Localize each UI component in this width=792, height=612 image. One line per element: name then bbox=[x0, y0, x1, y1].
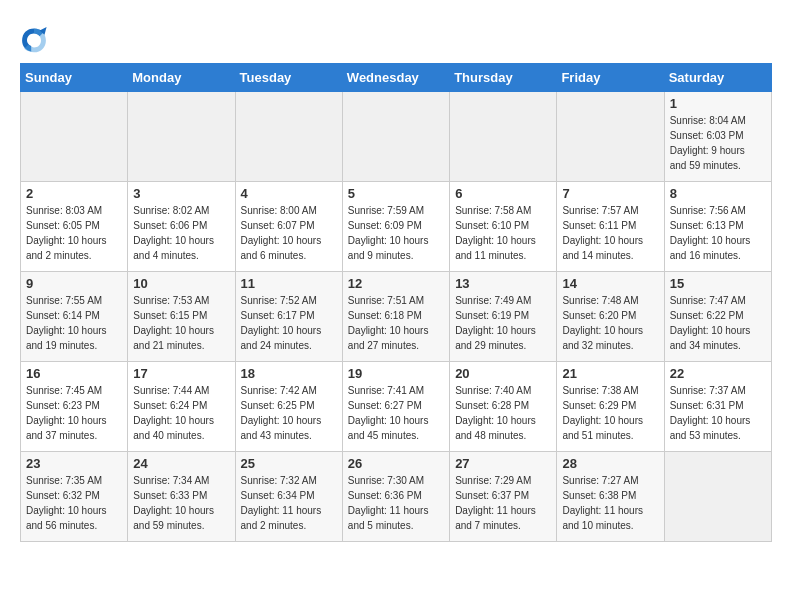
day-info: Sunrise: 7:34 AM Sunset: 6:33 PM Dayligh… bbox=[133, 473, 229, 533]
calendar-cell: 8Sunrise: 7:56 AM Sunset: 6:13 PM Daylig… bbox=[664, 182, 771, 272]
day-number: 21 bbox=[562, 366, 658, 381]
day-number: 28 bbox=[562, 456, 658, 471]
weekday-header-wednesday: Wednesday bbox=[342, 64, 449, 92]
calendar-cell bbox=[128, 92, 235, 182]
day-info: Sunrise: 7:47 AM Sunset: 6:22 PM Dayligh… bbox=[670, 293, 766, 353]
calendar-cell: 18Sunrise: 7:42 AM Sunset: 6:25 PM Dayli… bbox=[235, 362, 342, 452]
day-number: 27 bbox=[455, 456, 551, 471]
day-info: Sunrise: 7:32 AM Sunset: 6:34 PM Dayligh… bbox=[241, 473, 337, 533]
weekday-header-thursday: Thursday bbox=[450, 64, 557, 92]
calendar-week-3: 9Sunrise: 7:55 AM Sunset: 6:14 PM Daylig… bbox=[21, 272, 772, 362]
calendar-cell: 28Sunrise: 7:27 AM Sunset: 6:38 PM Dayli… bbox=[557, 452, 664, 542]
day-info: Sunrise: 7:57 AM Sunset: 6:11 PM Dayligh… bbox=[562, 203, 658, 263]
calendar-cell: 24Sunrise: 7:34 AM Sunset: 6:33 PM Dayli… bbox=[128, 452, 235, 542]
calendar-cell: 23Sunrise: 7:35 AM Sunset: 6:32 PM Dayli… bbox=[21, 452, 128, 542]
day-info: Sunrise: 7:48 AM Sunset: 6:20 PM Dayligh… bbox=[562, 293, 658, 353]
day-info: Sunrise: 7:40 AM Sunset: 6:28 PM Dayligh… bbox=[455, 383, 551, 443]
day-info: Sunrise: 7:51 AM Sunset: 6:18 PM Dayligh… bbox=[348, 293, 444, 353]
day-number: 19 bbox=[348, 366, 444, 381]
day-number: 8 bbox=[670, 186, 766, 201]
calendar-cell: 25Sunrise: 7:32 AM Sunset: 6:34 PM Dayli… bbox=[235, 452, 342, 542]
calendar-cell: 27Sunrise: 7:29 AM Sunset: 6:37 PM Dayli… bbox=[450, 452, 557, 542]
calendar-week-2: 2Sunrise: 8:03 AM Sunset: 6:05 PM Daylig… bbox=[21, 182, 772, 272]
day-info: Sunrise: 7:56 AM Sunset: 6:13 PM Dayligh… bbox=[670, 203, 766, 263]
logo-icon bbox=[20, 25, 48, 53]
day-number: 26 bbox=[348, 456, 444, 471]
calendar-cell: 3Sunrise: 8:02 AM Sunset: 6:06 PM Daylig… bbox=[128, 182, 235, 272]
day-number: 6 bbox=[455, 186, 551, 201]
calendar-cell: 14Sunrise: 7:48 AM Sunset: 6:20 PM Dayli… bbox=[557, 272, 664, 362]
day-number: 9 bbox=[26, 276, 122, 291]
day-number: 20 bbox=[455, 366, 551, 381]
day-info: Sunrise: 7:38 AM Sunset: 6:29 PM Dayligh… bbox=[562, 383, 658, 443]
calendar-cell: 22Sunrise: 7:37 AM Sunset: 6:31 PM Dayli… bbox=[664, 362, 771, 452]
day-number: 11 bbox=[241, 276, 337, 291]
calendar-cell: 17Sunrise: 7:44 AM Sunset: 6:24 PM Dayli… bbox=[128, 362, 235, 452]
calendar-cell: 26Sunrise: 7:30 AM Sunset: 6:36 PM Dayli… bbox=[342, 452, 449, 542]
day-info: Sunrise: 7:59 AM Sunset: 6:09 PM Dayligh… bbox=[348, 203, 444, 263]
day-number: 4 bbox=[241, 186, 337, 201]
calendar-cell: 10Sunrise: 7:53 AM Sunset: 6:15 PM Dayli… bbox=[128, 272, 235, 362]
day-info: Sunrise: 8:02 AM Sunset: 6:06 PM Dayligh… bbox=[133, 203, 229, 263]
calendar-cell: 1Sunrise: 8:04 AM Sunset: 6:03 PM Daylig… bbox=[664, 92, 771, 182]
weekday-header-friday: Friday bbox=[557, 64, 664, 92]
day-number: 24 bbox=[133, 456, 229, 471]
calendar-week-4: 16Sunrise: 7:45 AM Sunset: 6:23 PM Dayli… bbox=[21, 362, 772, 452]
calendar-cell: 7Sunrise: 7:57 AM Sunset: 6:11 PM Daylig… bbox=[557, 182, 664, 272]
calendar-cell: 4Sunrise: 8:00 AM Sunset: 6:07 PM Daylig… bbox=[235, 182, 342, 272]
day-info: Sunrise: 7:53 AM Sunset: 6:15 PM Dayligh… bbox=[133, 293, 229, 353]
calendar-cell: 21Sunrise: 7:38 AM Sunset: 6:29 PM Dayli… bbox=[557, 362, 664, 452]
day-number: 10 bbox=[133, 276, 229, 291]
calendar-cell bbox=[450, 92, 557, 182]
logo bbox=[20, 25, 50, 53]
weekday-header-tuesday: Tuesday bbox=[235, 64, 342, 92]
day-info: Sunrise: 7:42 AM Sunset: 6:25 PM Dayligh… bbox=[241, 383, 337, 443]
calendar-cell: 6Sunrise: 7:58 AM Sunset: 6:10 PM Daylig… bbox=[450, 182, 557, 272]
day-info: Sunrise: 7:58 AM Sunset: 6:10 PM Dayligh… bbox=[455, 203, 551, 263]
day-info: Sunrise: 7:27 AM Sunset: 6:38 PM Dayligh… bbox=[562, 473, 658, 533]
calendar-cell: 19Sunrise: 7:41 AM Sunset: 6:27 PM Dayli… bbox=[342, 362, 449, 452]
day-number: 22 bbox=[670, 366, 766, 381]
day-info: Sunrise: 7:44 AM Sunset: 6:24 PM Dayligh… bbox=[133, 383, 229, 443]
day-number: 23 bbox=[26, 456, 122, 471]
day-number: 14 bbox=[562, 276, 658, 291]
day-number: 2 bbox=[26, 186, 122, 201]
day-info: Sunrise: 7:37 AM Sunset: 6:31 PM Dayligh… bbox=[670, 383, 766, 443]
day-info: Sunrise: 7:30 AM Sunset: 6:36 PM Dayligh… bbox=[348, 473, 444, 533]
header bbox=[20, 20, 772, 53]
weekday-header-monday: Monday bbox=[128, 64, 235, 92]
calendar-cell: 5Sunrise: 7:59 AM Sunset: 6:09 PM Daylig… bbox=[342, 182, 449, 272]
day-info: Sunrise: 8:03 AM Sunset: 6:05 PM Dayligh… bbox=[26, 203, 122, 263]
calendar-cell bbox=[21, 92, 128, 182]
calendar-week-1: 1Sunrise: 8:04 AM Sunset: 6:03 PM Daylig… bbox=[21, 92, 772, 182]
calendar-cell: 20Sunrise: 7:40 AM Sunset: 6:28 PM Dayli… bbox=[450, 362, 557, 452]
day-number: 25 bbox=[241, 456, 337, 471]
day-info: Sunrise: 8:00 AM Sunset: 6:07 PM Dayligh… bbox=[241, 203, 337, 263]
day-number: 13 bbox=[455, 276, 551, 291]
calendar-cell bbox=[557, 92, 664, 182]
day-number: 16 bbox=[26, 366, 122, 381]
day-number: 15 bbox=[670, 276, 766, 291]
calendar-cell: 15Sunrise: 7:47 AM Sunset: 6:22 PM Dayli… bbox=[664, 272, 771, 362]
day-number: 3 bbox=[133, 186, 229, 201]
calendar-table: SundayMondayTuesdayWednesdayThursdayFrid… bbox=[20, 63, 772, 542]
day-number: 12 bbox=[348, 276, 444, 291]
day-info: Sunrise: 7:35 AM Sunset: 6:32 PM Dayligh… bbox=[26, 473, 122, 533]
calendar-cell bbox=[235, 92, 342, 182]
day-info: Sunrise: 7:49 AM Sunset: 6:19 PM Dayligh… bbox=[455, 293, 551, 353]
day-number: 18 bbox=[241, 366, 337, 381]
day-info: Sunrise: 7:41 AM Sunset: 6:27 PM Dayligh… bbox=[348, 383, 444, 443]
calendar-cell: 16Sunrise: 7:45 AM Sunset: 6:23 PM Dayli… bbox=[21, 362, 128, 452]
weekday-header-sunday: Sunday bbox=[21, 64, 128, 92]
calendar-cell: 9Sunrise: 7:55 AM Sunset: 6:14 PM Daylig… bbox=[21, 272, 128, 362]
day-number: 7 bbox=[562, 186, 658, 201]
day-info: Sunrise: 8:04 AM Sunset: 6:03 PM Dayligh… bbox=[670, 113, 766, 173]
day-info: Sunrise: 7:45 AM Sunset: 6:23 PM Dayligh… bbox=[26, 383, 122, 443]
day-info: Sunrise: 7:29 AM Sunset: 6:37 PM Dayligh… bbox=[455, 473, 551, 533]
calendar-cell: 11Sunrise: 7:52 AM Sunset: 6:17 PM Dayli… bbox=[235, 272, 342, 362]
day-info: Sunrise: 7:55 AM Sunset: 6:14 PM Dayligh… bbox=[26, 293, 122, 353]
day-number: 5 bbox=[348, 186, 444, 201]
calendar-cell bbox=[664, 452, 771, 542]
calendar-cell: 2Sunrise: 8:03 AM Sunset: 6:05 PM Daylig… bbox=[21, 182, 128, 272]
calendar-week-5: 23Sunrise: 7:35 AM Sunset: 6:32 PM Dayli… bbox=[21, 452, 772, 542]
